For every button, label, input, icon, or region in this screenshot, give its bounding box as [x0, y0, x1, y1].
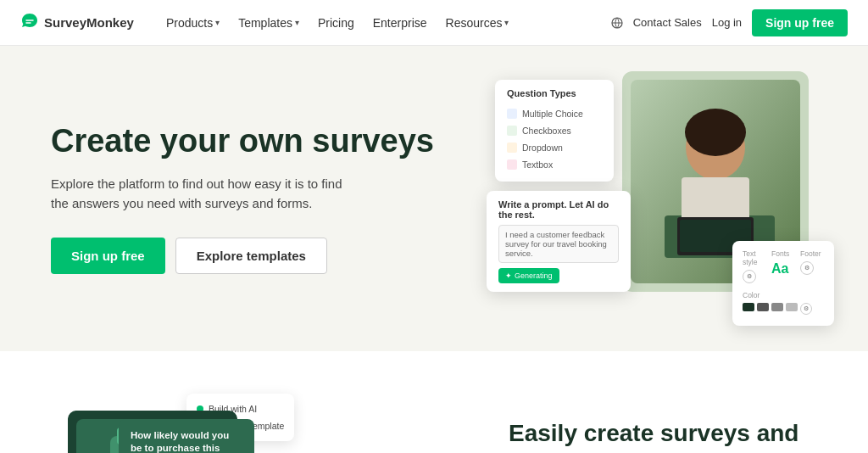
- ai-card-label: Write a prompt. Let AI do the rest.: [498, 199, 619, 220]
- qt-item-dd: Dropdown: [507, 139, 602, 156]
- section2: Build with AI Start from template: [0, 351, 868, 453]
- nav-pricing[interactable]: Pricing: [309, 11, 363, 35]
- font-preview: Aa: [771, 261, 795, 277]
- color-swatch-mid: [757, 303, 769, 311]
- poll-card: How likely would you be to purchase this…: [119, 419, 254, 453]
- section2-visual: Build with AI Start from template: [51, 394, 458, 453]
- color-swatch-light: [771, 303, 783, 311]
- fonts-col: Fonts Aa: [771, 249, 795, 286]
- color-swatches: ⚙: [743, 303, 824, 317]
- hero-mockup: Question Types Multiple Choice Checkboxe…: [478, 71, 834, 326]
- logo-icon: [20, 13, 39, 32]
- poll-question: How likely would you be to purchase this…: [131, 429, 242, 453]
- ai-generate-button[interactable]: ✦ Generating: [498, 268, 559, 283]
- color-swatch-dark: [743, 303, 754, 311]
- qt-icon-mc: [507, 109, 517, 119]
- language-selector[interactable]: [611, 17, 623, 29]
- nav-links: Products ▾ Templates ▾ Pricing Enterpris…: [158, 11, 611, 35]
- hero-description: Explore the platform to find out how eas…: [51, 174, 356, 214]
- navbar: SurveyMonkey Products ▾ Templates ▾ Pric…: [0, 0, 868, 46]
- qt-icon-tb: [507, 159, 517, 170]
- style-options-row: Text style ⚙ Fonts Aa Footer ⚙: [743, 249, 824, 286]
- nav-templates[interactable]: Templates ▾: [230, 11, 308, 35]
- qt-item-mc: Multiple Choice: [507, 105, 602, 122]
- hero-title: Create your own surveys: [51, 123, 441, 160]
- contact-sales-link[interactable]: Contact Sales: [633, 16, 702, 29]
- sparkle-icon: ✦: [505, 271, 512, 280]
- hero-explore-button[interactable]: Explore templates: [175, 238, 327, 274]
- hero-buttons: Sign up free Explore templates: [51, 238, 441, 274]
- fonts-label: Fonts: [771, 249, 795, 258]
- login-button[interactable]: Log in: [712, 16, 742, 29]
- text-style-label: Text style: [743, 249, 766, 266]
- chevron-down-icon: ▾: [295, 18, 299, 27]
- chevron-down-icon: ▾: [215, 18, 220, 27]
- section2-mockup: Build with AI Start from template: [51, 394, 441, 453]
- qt-icon-cb: [507, 126, 517, 136]
- text-style-icon: ⚙: [743, 270, 756, 283]
- qt-icon-dd: [507, 143, 517, 153]
- color-label: Color: [743, 291, 824, 299]
- chevron-down-icon: ▾: [504, 18, 509, 27]
- nav-products[interactable]: Products ▾: [158, 11, 228, 35]
- hero-content: Create your own surveys Explore the plat…: [51, 123, 441, 273]
- footer-icon: ⚙: [800, 261, 814, 275]
- hero-signup-button[interactable]: Sign up free: [51, 238, 165, 274]
- logo-text: SurveyMonkey: [44, 15, 134, 30]
- text-style-col: Text style ⚙: [743, 249, 766, 286]
- ai-prompt-card: Write a prompt. Let AI do the rest. I ne…: [487, 191, 631, 292]
- nav-signup-button[interactable]: Sign up free: [752, 9, 848, 36]
- ai-input-mock: I need a customer feedback survey for ou…: [498, 225, 619, 263]
- section2-title: Easily create surveys and forms fast: [509, 419, 817, 453]
- footer-label: Footer: [800, 249, 824, 258]
- logo[interactable]: SurveyMonkey: [20, 13, 134, 32]
- question-types-card: Question Types Multiple Choice Checkboxe…: [495, 80, 614, 182]
- hero-visual: Question Types Multiple Choice Checkboxe…: [441, 80, 817, 317]
- style-card: Text style ⚙ Fonts Aa Footer ⚙ Color: [732, 241, 834, 326]
- footer-col: Footer ⚙: [800, 249, 824, 286]
- qt-item-cb: Checkboxes: [507, 122, 602, 139]
- svg-point-5: [685, 109, 746, 156]
- color-swatch-lighter: [786, 303, 798, 311]
- nav-resources[interactable]: Resources ▾: [437, 11, 518, 35]
- color-settings-icon: ⚙: [800, 303, 812, 315]
- qt-card-title: Question Types: [507, 88, 602, 98]
- section2-content: Easily create surveys and forms fast Ask…: [509, 394, 817, 453]
- nav-right: Contact Sales Log in Sign up free: [611, 9, 848, 36]
- nav-enterprise[interactable]: Enterprise: [364, 11, 436, 35]
- hero-section: Create your own surveys Explore the plat…: [0, 46, 868, 351]
- qt-item-tb: Textbox: [507, 156, 602, 173]
